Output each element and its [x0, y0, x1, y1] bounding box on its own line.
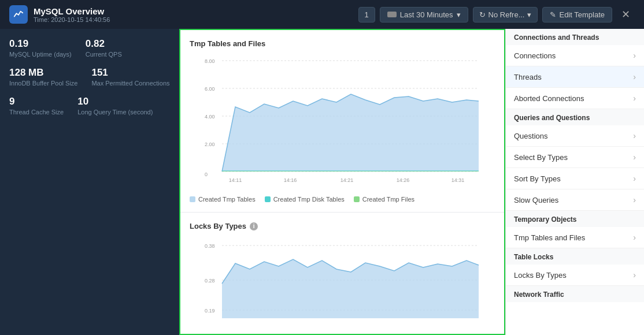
- svg-text:14:16: 14:16: [284, 177, 297, 183]
- chart-tmp-legend: Created Tmp Tables Created Tmp Disk Tabl…: [190, 196, 495, 203]
- arrow-icon-sort-types: ›: [633, 174, 636, 183]
- svg-text:0.19: 0.19: [205, 308, 215, 314]
- panel-label-connections: Connections: [514, 51, 556, 60]
- chart-tmp-tables: Tmp Tables and Files 8.00 6.00 4.00 2.00…: [180, 30, 504, 213]
- legend-dot-tmp-tables: [190, 196, 195, 202]
- svg-text:14:26: 14:26: [397, 177, 410, 183]
- panel-item-select-types[interactable]: Select By Types ›: [506, 147, 644, 168]
- chevron-down-icon: ▾: [457, 10, 461, 19]
- arrow-icon-tmp-tables-files: ›: [633, 233, 636, 242]
- section-title-queries: Queries and Questions: [506, 109, 644, 125]
- panel-item-connections[interactable]: Connections ›: [506, 45, 644, 66]
- chart-locks-svg: 0.38 0.28 0.19: [190, 237, 495, 332]
- panel-label-threads: Threads: [514, 73, 542, 81]
- stat-longquery: 10 Long Query Time (second): [77, 96, 153, 116]
- arrow-icon-connections: ›: [633, 51, 636, 60]
- panel-label-slow-queries: Slow Queries: [514, 196, 558, 204]
- stat-uptime-label: MySQL Uptime (days): [9, 51, 72, 58]
- stat-longquery-value: 10: [77, 96, 153, 107]
- time-range-label: Last 30 Minutes: [400, 10, 453, 19]
- svg-text:0.28: 0.28: [205, 278, 215, 284]
- panel-item-threads[interactable]: Threads ›: [506, 66, 644, 88]
- stat-threadcache-value: 9: [9, 96, 64, 107]
- panel-item-sort-types[interactable]: Sort By Types ›: [506, 168, 644, 189]
- stat-innodb-label: InnoDB Buffer Pool Size: [9, 80, 77, 87]
- chart-tmp-svg: 8.00 6.00 4.00 2.00 0: [190, 55, 495, 190]
- legend-label-tmp-disk: Created Tmp Disk Tables: [273, 196, 345, 203]
- stat-threadcache: 9 Thread Cache Size: [9, 96, 64, 116]
- stat-row-3: 9 Thread Cache Size 10 Long Query Time (…: [9, 96, 170, 116]
- refresh-icon: ↻: [479, 10, 486, 19]
- edit-template-button[interactable]: ✎ Edit Template: [542, 7, 612, 23]
- svg-marker-12: [222, 171, 479, 172]
- title-block: MySQL Overview Time: 2020-10-15 14:40:56: [34, 6, 110, 23]
- app-icon: [9, 5, 28, 24]
- panel-label-questions: Questions: [514, 132, 548, 140]
- panel-label-tmp-tables-files: Tmp Tables and Files: [514, 233, 585, 242]
- stat-maxconn: 151 Max Permitted Connections: [91, 67, 169, 87]
- refresh-button[interactable]: ↻ No Refre... ▾: [473, 7, 538, 23]
- notification-button[interactable]: 1: [358, 7, 375, 23]
- arrow-icon-select-types: ›: [633, 152, 636, 162]
- svg-text:14:21: 14:21: [340, 177, 354, 183]
- stat-qps-label: Current QPS: [86, 51, 122, 58]
- section-title-table-locks: Table Locks: [506, 248, 644, 265]
- time-range-button[interactable]: Last 30 Minutes ▾: [380, 7, 468, 23]
- svg-text:4.00: 4.00: [205, 114, 215, 120]
- stat-longquery-label: Long Query Time (second): [77, 109, 153, 116]
- charts-area: Tmp Tables and Files 8.00 6.00 4.00 2.00…: [179, 29, 505, 335]
- notification-count: 1: [365, 10, 369, 19]
- stat-row-2: 128 MB InnoDB Buffer Pool Size 151 Max P…: [9, 67, 170, 87]
- panel-item-questions[interactable]: Questions ›: [506, 125, 644, 147]
- close-button[interactable]: ✕: [617, 6, 635, 23]
- section-title-network: Network Traffic: [506, 286, 644, 302]
- svg-text:14:11: 14:11: [229, 177, 242, 183]
- arrow-icon-slow-queries: ›: [633, 195, 636, 204]
- right-panel: Connections and Threads Connections › Th…: [505, 29, 644, 335]
- panel-label-sort-types: Sort By Types: [514, 174, 561, 183]
- svg-text:8.00: 8.00: [205, 58, 215, 64]
- panel-item-tmp-tables-files[interactable]: Tmp Tables and Files ›: [506, 227, 644, 248]
- svg-text:6.00: 6.00: [205, 86, 215, 92]
- panel-item-slow-queries[interactable]: Slow Queries ›: [506, 189, 644, 211]
- stat-qps: 0.82 Current QPS: [86, 38, 122, 58]
- header-controls: 1 Last 30 Minutes ▾ ↻ No Refre... ▾ ✎ Ed…: [358, 6, 635, 23]
- svg-text:14:31: 14:31: [451, 177, 465, 183]
- time-icon: [387, 12, 397, 17]
- arrow-icon-questions: ›: [633, 131, 636, 140]
- svg-text:2.00: 2.00: [205, 142, 215, 147]
- stat-qps-value: 0.82: [86, 38, 122, 50]
- stat-threadcache-label: Thread Cache Size: [9, 109, 64, 116]
- legend-created-tmp-files: Created Tmp Files: [354, 196, 414, 203]
- main-content: 0.19 MySQL Uptime (days) 0.82 Current QP…: [0, 29, 644, 335]
- legend-label-tmp-tables: Created Tmp Tables: [198, 196, 256, 203]
- stat-uptime: 0.19 MySQL Uptime (days): [9, 38, 72, 58]
- panel-item-aborted[interactable]: Aborted Connections ›: [506, 88, 644, 109]
- svg-marker-24: [222, 259, 479, 318]
- legend-created-tmp-tables: Created Tmp Tables: [190, 196, 256, 203]
- info-icon: i: [250, 222, 258, 230]
- stat-innodb: 128 MB InnoDB Buffer Pool Size: [9, 67, 77, 87]
- chart-locks-title: Locks By Types i: [190, 222, 495, 230]
- stat-maxconn-label: Max Permitted Connections: [91, 80, 169, 87]
- app-title: MySQL Overview: [34, 6, 110, 16]
- arrow-icon-locks-by-types: ›: [633, 270, 636, 280]
- refresh-label: No Refre...: [488, 10, 525, 19]
- chart-locks: Locks By Types i 0.38 0.28 0.19: [180, 213, 504, 335]
- legend-created-tmp-disk: Created Tmp Disk Tables: [265, 196, 345, 203]
- svg-text:0.38: 0.38: [205, 243, 215, 249]
- section-title-temp: Temporary Objects: [506, 211, 644, 227]
- chart-tmp-title: Tmp Tables and Files: [190, 39, 495, 48]
- panel-label-select-types: Select By Types: [514, 153, 568, 162]
- arrow-icon-threads: ›: [633, 72, 636, 81]
- legend-label-tmp-files: Created Tmp Files: [362, 196, 414, 203]
- top-header: MySQL Overview Time: 2020-10-15 14:40:56…: [0, 0, 644, 29]
- panel-item-locks-by-types[interactable]: Locks By Types ›: [506, 265, 644, 286]
- header-left: MySQL Overview Time: 2020-10-15 14:40:56: [9, 5, 110, 24]
- stat-uptime-value: 0.19: [9, 38, 72, 50]
- stats-sidebar: 0.19 MySQL Uptime (days) 0.82 Current QP…: [0, 29, 179, 335]
- svg-text:0: 0: [205, 172, 208, 177]
- app-subtitle: Time: 2020-10-15 14:40:56: [34, 16, 110, 23]
- panel-label-aborted: Aborted Connections: [514, 94, 584, 103]
- legend-dot-tmp-disk: [265, 196, 271, 202]
